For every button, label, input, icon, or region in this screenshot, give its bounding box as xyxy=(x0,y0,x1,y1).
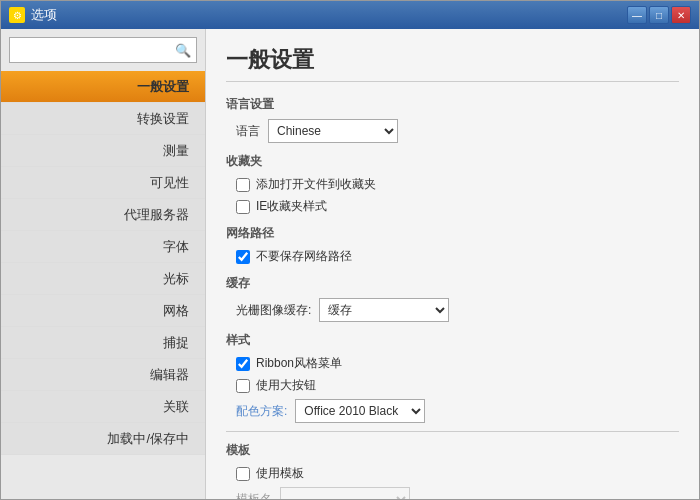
sidebar-item-cursor[interactable]: 光标 xyxy=(1,263,205,295)
use-template-label: 使用模板 xyxy=(256,465,304,482)
sidebar-item-loadsave[interactable]: 加载中/保存中 xyxy=(1,423,205,455)
ie-style-row: IE收藏夹样式 xyxy=(226,198,679,215)
ribbon-row: Ribbon风格菜单 xyxy=(226,355,679,372)
template-divider xyxy=(226,431,679,432)
add-files-row: 添加打开文件到收藏夹 xyxy=(226,176,679,193)
sidebar-item-proxy[interactable]: 代理服务器 xyxy=(1,199,205,231)
sidebar-item-measure[interactable]: 测量 xyxy=(1,135,205,167)
add-files-checkbox[interactable] xyxy=(236,178,250,192)
title-bar: ⚙ 选项 — □ ✕ xyxy=(1,1,699,29)
no-save-network-row: 不要保存网络路径 xyxy=(226,248,679,265)
no-save-checkbox[interactable] xyxy=(236,250,250,264)
language-group-label: 语言设置 xyxy=(226,96,679,113)
ie-style-label: IE收藏夹样式 xyxy=(256,198,327,215)
sidebar-item-grid[interactable]: 网格 xyxy=(1,295,205,327)
page-title: 一般设置 xyxy=(226,45,679,82)
sidebar-item-visibility[interactable]: 可见性 xyxy=(1,167,205,199)
use-template-checkbox[interactable] xyxy=(236,467,250,481)
search-input[interactable] xyxy=(9,37,197,63)
sidebar-item-fonts[interactable]: 字体 xyxy=(1,231,205,263)
template-section: 模板 使用模板 模板名 xyxy=(226,442,679,499)
ribbon-label: Ribbon风格菜单 xyxy=(256,355,342,372)
language-row: 语言 Chinese English German French xyxy=(226,119,679,143)
sidebar-item-snap[interactable]: 捕捉 xyxy=(1,327,205,359)
minimize-button[interactable]: — xyxy=(627,6,647,24)
raster-cache-select[interactable]: 缓存 不缓存 xyxy=(319,298,449,322)
window-icon: ⚙ xyxy=(9,7,25,23)
network-group-label: 网络路径 xyxy=(226,225,679,242)
ribbon-checkbox[interactable] xyxy=(236,357,250,371)
template-name-label: 模板名 xyxy=(236,491,272,500)
window-title: 选项 xyxy=(31,6,627,24)
no-save-label: 不要保存网络路径 xyxy=(256,248,352,265)
big-button-label: 使用大按钮 xyxy=(256,377,316,394)
template-group-label: 模板 xyxy=(226,442,679,459)
main-panel: 一般设置 语言设置 语言 Chinese English German Fren… xyxy=(206,29,699,499)
maximize-button[interactable]: □ xyxy=(649,6,669,24)
language-label: 语言 xyxy=(236,123,260,140)
close-button[interactable]: ✕ xyxy=(671,6,691,24)
raster-cache-label: 光栅图像缓存: xyxy=(236,302,311,319)
sidebar-item-association[interactable]: 关联 xyxy=(1,391,205,423)
favorites-group-label: 收藏夹 xyxy=(226,153,679,170)
options-window: ⚙ 选项 — □ ✕ 🔍 一般设置 转换设置 测量 可见性 代理服务器 字体 光… xyxy=(0,0,700,500)
template-name-select[interactable] xyxy=(280,487,410,499)
template-name-row: 模板名 xyxy=(226,487,679,499)
add-files-label: 添加打开文件到收藏夹 xyxy=(256,176,376,193)
search-icon: 🔍 xyxy=(175,43,191,58)
raster-cache-row: 光栅图像缓存: 缓存 不缓存 xyxy=(226,298,679,322)
big-button-row: 使用大按钮 xyxy=(226,377,679,394)
ie-style-checkbox[interactable] xyxy=(236,200,250,214)
big-button-checkbox[interactable] xyxy=(236,379,250,393)
color-scheme-label: 配色方案: xyxy=(236,403,287,420)
content-area: 🔍 一般设置 转换设置 测量 可见性 代理服务器 字体 光标 网格 捕捉 编辑器… xyxy=(1,29,699,499)
style-group-label: 样式 xyxy=(226,332,679,349)
cache-group-label: 缓存 xyxy=(226,275,679,292)
color-scheme-row: 配色方案: Office 2010 Black Office 2010 Blue… xyxy=(226,399,679,423)
window-controls: — □ ✕ xyxy=(627,6,691,24)
sidebar-item-convert[interactable]: 转换设置 xyxy=(1,103,205,135)
color-scheme-select[interactable]: Office 2010 Black Office 2010 Blue Offic… xyxy=(295,399,425,423)
language-select[interactable]: Chinese English German French xyxy=(268,119,398,143)
use-template-row: 使用模板 xyxy=(226,465,679,482)
sidebar: 🔍 一般设置 转换设置 测量 可见性 代理服务器 字体 光标 网格 捕捉 编辑器… xyxy=(1,29,206,499)
sidebar-item-general[interactable]: 一般设置 xyxy=(1,71,205,103)
sidebar-item-editor[interactable]: 编辑器 xyxy=(1,359,205,391)
search-box: 🔍 xyxy=(9,37,197,63)
